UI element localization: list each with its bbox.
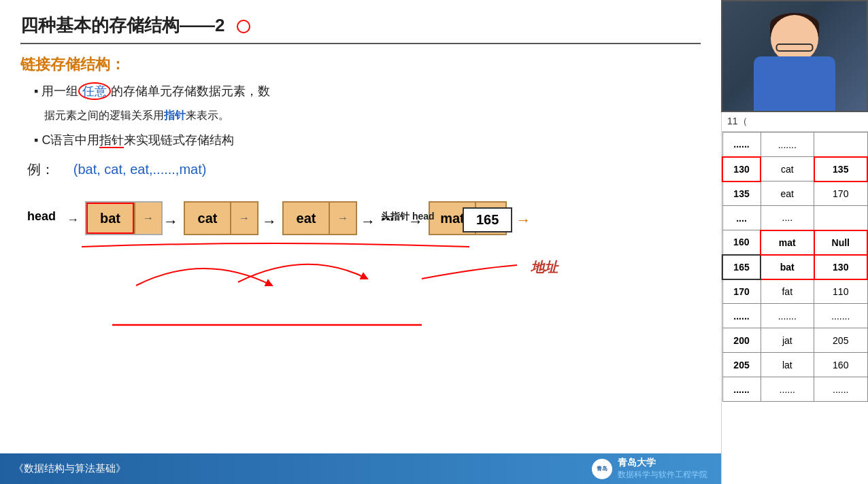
table-cell-jat: jat: [761, 328, 814, 353]
table-cell-ptr: [814, 133, 867, 157]
address-label: 地址: [531, 258, 558, 277]
table-row: 205 lat 160: [722, 353, 867, 377]
bottom-bar: 《数据结构与算法基础》 青岛 青岛大学 数据科学与软件工程学院: [0, 453, 721, 484]
table-cell-lat: lat: [761, 353, 814, 377]
example-line: 例： (bat, cat, eat,......,mat): [27, 162, 206, 177]
table-cell-fat: fat: [761, 279, 814, 304]
camera-area: [721, 0, 868, 112]
highlight-renyì: 任意: [78, 82, 111, 100]
table-row: 200 jat 205: [722, 328, 867, 353]
table-row: .... ....: [722, 206, 867, 230]
bullet-1-cont: 据元素之间的逻辑关系用指针来表示。: [44, 107, 701, 124]
arrow-2: →: [262, 213, 277, 230]
table-cell-addr-160: 160: [722, 230, 761, 255]
table-cell-bat: bat: [761, 255, 814, 279]
table-row: 165 bat 130: [722, 255, 867, 279]
slide-area: 四种基本的存储结构——2 链接存储结构： 用一组任意的存储单元存储数据元素，数 …: [0, 0, 721, 484]
table-cell-addr-200: 200: [722, 328, 761, 353]
node-cat-ptr: →: [231, 201, 258, 235]
table-row: 160 mat Null: [722, 230, 867, 255]
table-row: 130 cat 135: [722, 157, 867, 182]
node-bat-data: bat: [86, 203, 134, 234]
table-cell-eat: eat: [761, 182, 814, 206]
pointer-word: 指针: [164, 109, 186, 121]
section-title-text: 链接存储结构：: [20, 56, 125, 73]
linked-list-section: head → bat → → cat → →: [20, 192, 701, 254]
logo-text: 青岛大学 数据科学与软件工程学院: [618, 457, 707, 481]
head-pointer-section: 头指针 head: [381, 211, 435, 223]
table-row: ...... ....... .......: [722, 304, 867, 328]
example-label: 例：: [27, 162, 54, 177]
node-cat: cat →: [184, 201, 258, 235]
university-logo: 青岛: [592, 459, 612, 479]
table-cell-mat: mat: [761, 230, 814, 255]
table-cell-130: 130: [814, 255, 867, 279]
pointer-word-2: 指针: [99, 133, 124, 148]
arrow-3: →: [361, 213, 375, 230]
table-cell-135: 135: [814, 157, 867, 182]
table-cell-data: .......: [761, 133, 814, 157]
node-eat: eat →: [282, 201, 357, 235]
node-bat-ptr: →: [134, 203, 161, 234]
table-row: ...... .......: [722, 133, 867, 157]
node-bat: bat →: [85, 201, 163, 235]
table-row: ...... ...... ......: [722, 377, 867, 402]
node-cat-data: cat: [184, 201, 231, 235]
table-cell-dots2: ....: [761, 206, 814, 230]
bottom-logo: 青岛 青岛大学 数据科学与软件工程学院: [592, 457, 707, 481]
table-cell-170: 170: [814, 182, 867, 206]
table-cell-addr-165: 165: [722, 255, 761, 279]
person-glasses: [776, 44, 814, 52]
title-decoration-circle: [237, 20, 250, 33]
table-cell-dots3: [814, 206, 867, 230]
table-cell-dots1: ....: [722, 206, 761, 230]
bullet-2: C语言中用指针来实现链式存储结构: [34, 131, 701, 150]
table-cell-cat: cat: [761, 157, 814, 182]
node-eat-data: eat: [282, 201, 330, 235]
table-cell-110: 110: [814, 279, 867, 304]
department-name: 数据科学与软件工程学院: [618, 469, 707, 481]
table-cell-160: 160: [814, 353, 867, 377]
bullet-1: 用一组任意的存储单元存储数据元素，数: [34, 82, 701, 101]
arrow-to-table: →: [516, 211, 531, 229]
table-cell-null: Null: [814, 230, 867, 255]
university-name: 青岛大学: [618, 457, 707, 469]
node-eat-ptr: →: [330, 201, 357, 235]
table-cell-addr-130: 130: [722, 157, 761, 182]
slide-title: 四种基本的存储结构——2: [20, 14, 701, 44]
table-cell-dots7: ......: [722, 377, 761, 402]
table-cell-dots8: ......: [761, 377, 814, 402]
table-cell-addr: ......: [722, 133, 761, 157]
table-cell-addr-170: 170: [722, 279, 761, 304]
camera-person: [722, 1, 867, 111]
table-area: 11（ ...... ....... 130 cat 135 135 eat 1…: [721, 112, 868, 484]
person-body: [754, 56, 835, 111]
memory-table: ...... ....... 130 cat 135 135 eat 170 .…: [722, 132, 868, 402]
table-cell-dots5: .......: [761, 304, 814, 328]
table-cell-addr-205: 205: [722, 353, 761, 377]
table-top-addr: 11（: [722, 112, 868, 132]
person-head: [771, 15, 818, 63]
example-section: 例： (bat, cat, eat,......,mat): [27, 160, 701, 179]
table-cell-205: 205: [814, 328, 867, 353]
head-ptr-box-row: 165 →: [463, 207, 531, 232]
section-title: 链接存储结构：: [20, 54, 701, 75]
table-cell-addr-135: 135: [722, 182, 761, 206]
head-label: head: [27, 209, 56, 224]
table-cell-dots4: ......: [722, 304, 761, 328]
slide-content: 四种基本的存储结构——2 链接存储结构： 用一组任意的存储单元存储数据元素，数 …: [0, 0, 721, 484]
table-row: 170 fat 110: [722, 279, 867, 304]
table-row: 135 eat 170: [722, 182, 867, 206]
arrow-1: →: [163, 213, 178, 230]
head-ptr-label: 头指针 head: [381, 211, 435, 223]
head-ptr-box: 165: [463, 207, 512, 232]
head-arrow: →: [67, 213, 79, 227]
list-underline-svg: [82, 240, 469, 254]
title-text: 四种基本的存储结构——2: [20, 15, 224, 35]
example-text: (bat, cat, eat,......,mat): [73, 162, 207, 177]
table-cell-dots9: ......: [814, 377, 867, 402]
bottom-title: 《数据结构与算法基础》: [14, 462, 126, 475]
table-cell-dots6: .......: [814, 304, 867, 328]
